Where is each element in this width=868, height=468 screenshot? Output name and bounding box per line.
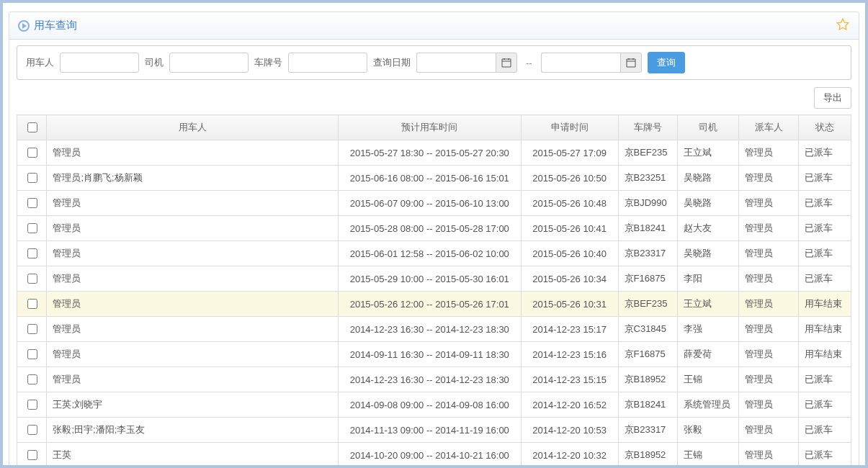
user-input[interactable] <box>60 53 139 73</box>
table-row[interactable]: 管理员2015-06-01 12:58 -- 2015-06-02 10:002… <box>17 241 851 266</box>
cell-dispatcher: 管理员 <box>739 367 799 392</box>
table-row[interactable]: 管理员2014-12-23 16:30 -- 2014-12-23 18:302… <box>17 317 851 342</box>
cell-est-time: 2015-06-01 12:58 -- 2015-06-02 10:00 <box>338 241 521 266</box>
table-row[interactable]: 王英2014-10-20 09:00 -- 2014-10-21 16:0020… <box>17 443 851 468</box>
cell-driver: 王立斌 <box>678 140 739 166</box>
cell-driver: 系统管理员 <box>678 392 739 418</box>
select-all-checkbox[interactable] <box>27 122 37 132</box>
page-title: 用车查询 <box>34 19 77 32</box>
cell-plate: 京BJD990 <box>618 191 678 216</box>
row-checkbox-cell <box>17 140 47 166</box>
cell-plate: 京B23317 <box>618 418 678 443</box>
label-date: 查询日期 <box>373 56 411 69</box>
cell-driver: 吴晓路 <box>678 166 739 191</box>
cell-status: 已派车 <box>799 241 851 266</box>
cell-apply-time: 2015-05-26 10:41 <box>521 216 618 241</box>
header-driver: 司机 <box>678 115 739 140</box>
results-table: 用车人 预计用车时间 申请时间 车牌号 司机 派车人 状态 管理员2015-05… <box>17 114 851 468</box>
table-row[interactable]: 管理员2014-09-11 16:30 -- 2014-09-11 18:302… <box>17 342 851 367</box>
row-checkbox-cell <box>17 241 47 266</box>
cell-status: 用车结束 <box>799 292 851 317</box>
header-est-time: 预计用车时间 <box>338 115 521 140</box>
calendar-icon[interactable] <box>496 53 517 73</box>
plate-input[interactable] <box>288 53 367 73</box>
cell-user: 张毅;田宇;潘阳;李玉友 <box>47 418 338 443</box>
table-row[interactable]: 王英;刘晓宇2014-09-08 09:00 -- 2014-09-08 16:… <box>17 392 851 418</box>
cell-driver: 王锦 <box>678 367 739 392</box>
cell-status: 已派车 <box>799 266 851 292</box>
row-checkbox[interactable] <box>27 400 37 410</box>
date-from-group <box>416 53 517 73</box>
cell-driver: 李强 <box>678 317 739 342</box>
row-checkbox[interactable] <box>27 299 37 309</box>
row-checkbox-cell <box>17 342 47 367</box>
row-checkbox[interactable] <box>27 425 37 435</box>
cell-driver: 王立斌 <box>678 292 739 317</box>
cell-apply-time: 2015-05-26 10:34 <box>521 266 618 292</box>
row-checkbox[interactable] <box>27 148 37 158</box>
cell-apply-time: 2014-12-23 15:17 <box>521 317 618 342</box>
table-row[interactable]: 张毅;田宇;潘阳;李玉友2014-11-13 09:00 -- 2014-11-… <box>17 418 851 443</box>
cell-est-time: 2014-09-08 09:00 -- 2014-09-08 16:00 <box>338 392 521 418</box>
star-icon[interactable] <box>836 17 850 34</box>
label-driver: 司机 <box>145 56 164 69</box>
cell-user: 管理员 <box>47 292 338 317</box>
cell-status: 已派车 <box>799 140 851 166</box>
cell-status: 已派车 <box>799 191 851 216</box>
cell-plate: 京BEF235 <box>618 140 678 166</box>
cell-status: 已派车 <box>799 443 851 468</box>
driver-input[interactable] <box>169 53 249 73</box>
table-row[interactable]: 管理员2015-05-28 08:00 -- 2015-05-28 17:002… <box>17 216 851 241</box>
cell-est-time: 2015-05-27 18:30 -- 2015-05-27 20:30 <box>338 140 521 166</box>
date-to-input[interactable] <box>541 53 620 73</box>
row-checkbox[interactable] <box>27 223 37 233</box>
search-bar: 用车人 司机 车牌号 查询日期 -- 查询 <box>17 45 851 80</box>
cell-plate: 京F16875 <box>618 342 678 367</box>
cell-est-time: 2015-05-29 10:00 -- 2015-05-30 16:01 <box>338 266 521 292</box>
table-row[interactable]: 管理员2014-12-23 16:30 -- 2014-12-23 18:302… <box>17 367 851 392</box>
row-checkbox-cell <box>17 392 47 418</box>
row-checkbox[interactable] <box>27 248 37 258</box>
row-checkbox[interactable] <box>27 374 37 384</box>
table-row[interactable]: 管理员;肖鹏飞;杨新颖2015-06-16 08:00 -- 2015-06-1… <box>17 166 851 191</box>
arrow-circle-icon <box>18 20 30 32</box>
calendar-icon[interactable] <box>620 53 642 73</box>
date-from-input[interactable] <box>416 53 496 73</box>
cell-est-time: 2015-05-26 12:00 -- 2015-05-26 17:01 <box>338 292 521 317</box>
row-checkbox[interactable] <box>27 274 37 284</box>
table-row[interactable]: 管理员2015-05-26 12:00 -- 2015-05-26 17:012… <box>17 292 851 317</box>
cell-driver: 张毅 <box>678 418 739 443</box>
table-row[interactable]: 管理员2015-05-27 18:30 -- 2015-05-27 20:302… <box>17 140 851 166</box>
row-checkbox[interactable] <box>27 324 37 334</box>
cell-apply-time: 2014-12-20 10:32 <box>521 443 618 468</box>
cell-user: 管理员 <box>47 266 338 292</box>
cell-user: 管理员 <box>47 367 338 392</box>
query-button[interactable]: 查询 <box>648 52 685 73</box>
main-panel: 用车查询 用车人 司机 车牌号 查询日期 -- <box>9 12 859 468</box>
cell-user: 管理员 <box>47 191 338 216</box>
table-row[interactable]: 管理员2015-06-07 09:00 -- 2015-06-10 13:002… <box>17 191 851 216</box>
cell-est-time: 2015-06-16 08:00 -- 2015-06-16 15:01 <box>338 166 521 191</box>
cell-plate: 京B23251 <box>618 166 678 191</box>
cell-driver: 李阳 <box>678 266 739 292</box>
row-checkbox[interactable] <box>27 173 37 183</box>
row-checkbox-cell <box>17 166 47 191</box>
table-row[interactable]: 管理员2015-05-29 10:00 -- 2015-05-30 16:012… <box>17 266 851 292</box>
cell-dispatcher: 管理员 <box>739 241 799 266</box>
header-plate: 车牌号 <box>618 115 678 140</box>
row-checkbox[interactable] <box>27 450 37 460</box>
row-checkbox[interactable] <box>27 349 37 359</box>
cell-apply-time: 2015-05-26 10:40 <box>521 241 618 266</box>
export-button[interactable]: 导出 <box>814 87 851 109</box>
row-checkbox-cell <box>17 367 47 392</box>
cell-est-time: 2014-12-23 16:30 -- 2014-12-23 18:30 <box>338 317 521 342</box>
cell-status: 用车结束 <box>799 317 851 342</box>
row-checkbox-cell <box>17 191 47 216</box>
cell-apply-time: 2014-12-23 15:15 <box>521 367 618 392</box>
cell-dispatcher: 管理员 <box>739 292 799 317</box>
row-checkbox[interactable] <box>27 198 37 208</box>
cell-dispatcher: 管理员 <box>739 140 799 166</box>
cell-plate: 京B18241 <box>618 216 678 241</box>
cell-dispatcher: 管理员 <box>739 392 799 418</box>
row-checkbox-cell <box>17 292 47 317</box>
